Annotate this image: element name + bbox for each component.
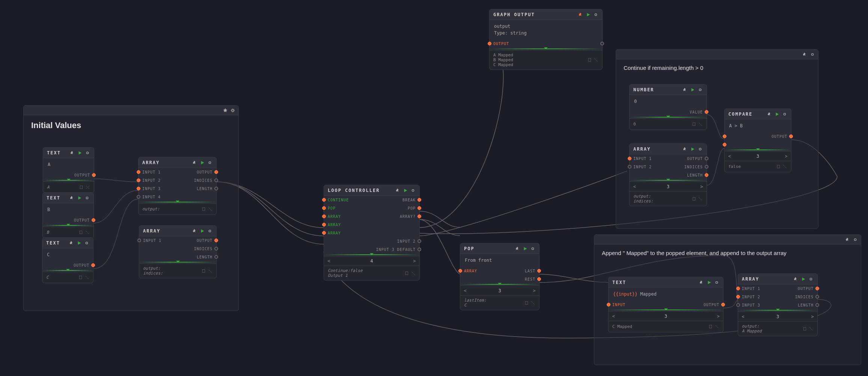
pin-icon[interactable] — [395, 188, 401, 193]
pin-icon[interactable] — [69, 195, 75, 201]
expand-icon[interactable] — [782, 164, 787, 169]
port-output[interactable] — [705, 157, 708, 160]
play-icon[interactable] — [523, 246, 528, 251]
play-icon[interactable] — [801, 276, 806, 282]
gear-icon[interactable] — [782, 112, 787, 117]
port-output[interactable] — [92, 173, 96, 177]
port-rest[interactable] — [537, 277, 541, 281]
port-indices[interactable] — [214, 178, 218, 182]
node-compare[interactable]: COMPARE A > B OUTPUT < 3 > false — [724, 109, 791, 172]
port-output[interactable] — [214, 239, 218, 242]
expand-icon[interactable] — [85, 185, 90, 190]
play-icon[interactable] — [200, 228, 205, 234]
pin-icon[interactable] — [683, 146, 688, 152]
port-length[interactable] — [214, 255, 218, 259]
clipboard-icon[interactable] — [404, 271, 409, 276]
port-output[interactable] — [92, 218, 95, 222]
play-icon[interactable] — [77, 195, 82, 201]
port-pop-r[interactable] — [417, 206, 421, 210]
pin-icon[interactable] — [683, 87, 688, 92]
port-b[interactable] — [723, 143, 726, 146]
port-input[interactable] — [607, 303, 610, 307]
expand-icon[interactable] — [530, 300, 535, 305]
play-icon[interactable] — [690, 87, 695, 92]
pin-icon[interactable] — [845, 237, 850, 242]
pager-prev[interactable]: < — [738, 314, 748, 319]
clipboard-icon[interactable] — [802, 326, 807, 331]
clipboard-icon[interactable] — [79, 185, 84, 190]
port-array-l2[interactable] — [322, 223, 326, 227]
node-text-map[interactable]: TEXT {{input}} Mapped INPUT OUTPUT < 3 >… — [608, 277, 723, 332]
gear-icon[interactable] — [808, 276, 814, 282]
gear-icon[interactable] — [230, 108, 235, 113]
clipboard-icon[interactable] — [201, 269, 206, 273]
pin-icon[interactable] — [793, 276, 799, 282]
clipboard-icon[interactable] — [78, 230, 83, 235]
gear-icon[interactable] — [84, 240, 89, 246]
port-input1[interactable] — [137, 239, 141, 242]
port-length[interactable] — [214, 187, 218, 190]
port-array-l3[interactable] — [322, 231, 326, 235]
gear-icon[interactable] — [410, 188, 416, 193]
port-input2[interactable] — [736, 295, 740, 299]
port-input3[interactable] — [736, 303, 740, 307]
port-output[interactable] — [815, 287, 819, 290]
port-array-in[interactable] — [458, 269, 462, 273]
node-text-b[interactable]: TEXT B OUTPUT B — [42, 192, 94, 238]
port-input2[interactable] — [137, 178, 140, 182]
expand-icon[interactable] — [594, 57, 598, 62]
port-indices[interactable] — [815, 295, 819, 299]
gear-icon[interactable] — [810, 52, 815, 57]
pin-icon[interactable] — [699, 280, 704, 285]
gear-icon[interactable] — [853, 237, 858, 242]
pager-next[interactable]: > — [529, 288, 539, 293]
port-length[interactable] — [815, 303, 819, 307]
port-array-l1[interactable] — [322, 214, 326, 218]
play-icon[interactable] — [403, 188, 408, 193]
pager-next[interactable]: > — [410, 258, 419, 264]
port-input4[interactable] — [137, 195, 140, 199]
port-input1[interactable] — [137, 170, 140, 174]
play-icon[interactable] — [77, 240, 82, 246]
expand-icon[interactable] — [714, 324, 719, 329]
port-output[interactable] — [91, 263, 95, 267]
clipboard-icon[interactable] — [708, 324, 713, 329]
clipboard-icon[interactable] — [776, 164, 781, 169]
port-input2[interactable] — [417, 239, 421, 243]
clipboard-icon[interactable] — [78, 275, 83, 280]
clipboard-icon[interactable] — [201, 207, 206, 211]
port-pop-l[interactable] — [322, 206, 326, 210]
pin-icon[interactable] — [70, 150, 75, 156]
port-indices[interactable] — [214, 247, 218, 251]
pin-icon[interactable] — [578, 12, 583, 17]
play-icon[interactable] — [77, 150, 83, 156]
port-array-r[interactable] — [417, 214, 421, 218]
clipboard-icon[interactable] — [524, 300, 529, 305]
pager-next[interactable]: > — [697, 184, 707, 189]
expand-icon[interactable] — [698, 122, 703, 127]
pager-prev[interactable]: < — [725, 154, 734, 159]
pager-next[interactable]: > — [713, 314, 723, 319]
pin-icon[interactable] — [192, 160, 197, 165]
port-a[interactable] — [723, 134, 726, 138]
pin-icon[interactable] — [767, 112, 772, 117]
clipboard-icon[interactable] — [692, 122, 696, 127]
port-output-out[interactable] — [600, 42, 604, 45]
node-text-c[interactable]: TEXT C OUTPUT C — [42, 237, 93, 283]
gear-icon[interactable] — [698, 146, 703, 152]
gear-icon[interactable] — [85, 150, 90, 156]
gear-icon[interactable] — [530, 246, 535, 251]
node-array-1b[interactable]: ARRAY INPUT 1 OUTPUT INDICES LENGTH outp… — [139, 225, 217, 278]
pin-icon[interactable] — [192, 228, 197, 234]
node-loop-controller[interactable]: LOOP CONTROLLER CONTINUE BREAK POP POP A… — [324, 185, 420, 281]
pager-prev[interactable]: < — [324, 258, 334, 264]
gear-icon[interactable] — [207, 228, 212, 234]
expand-icon[interactable] — [208, 269, 212, 273]
pager-next[interactable]: > — [781, 154, 791, 159]
node-array-length[interactable]: ARRAY INPUT 1 OUTPUT INPUT 2 INDICES LEN… — [629, 143, 707, 206]
port-input3-default[interactable] — [417, 248, 421, 251]
node-array-out[interactable]: ARRAY INPUT 1 OUTPUT INPUT 2 INDICES INP… — [738, 273, 818, 336]
gear-icon[interactable] — [84, 195, 90, 201]
pin-icon[interactable] — [69, 240, 74, 246]
clipboard-icon[interactable] — [587, 57, 592, 62]
